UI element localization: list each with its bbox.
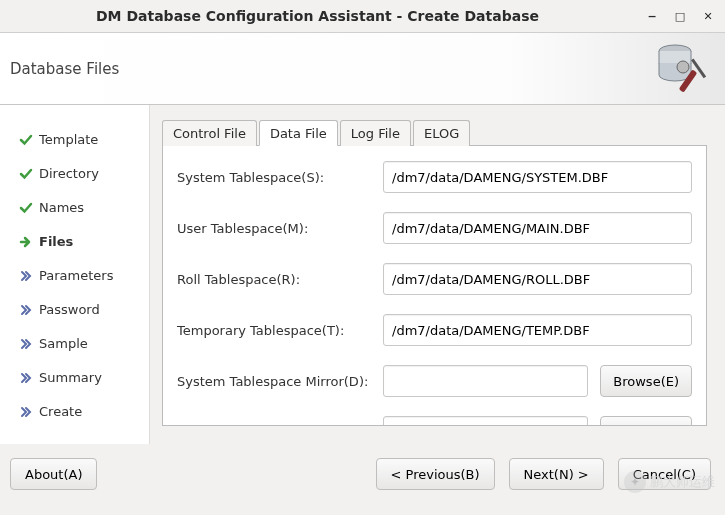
sidebar-step-label: Files: [39, 234, 73, 249]
sidebar-step-label: Parameters: [39, 268, 113, 283]
tab-strip: Control File Data File Log File ELOG: [162, 119, 707, 146]
input-system-mirror[interactable]: [383, 365, 588, 397]
input-user-mirror[interactable]: [383, 416, 588, 426]
sidebar-step-sample[interactable]: Sample: [0, 327, 149, 361]
pending-icon: [19, 405, 33, 419]
input-temp-tablespace[interactable]: [383, 314, 692, 346]
page-title: Database Files: [10, 60, 119, 78]
row-user-mirror: User Tablespace Mirror(V): Browse(X): [177, 415, 692, 426]
label-user-mirror: User Tablespace Mirror(V):: [177, 425, 371, 427]
tab-control-file[interactable]: Control File: [162, 120, 257, 146]
sidebar: Template Directory Names Files Parameter…: [0, 105, 150, 444]
sidebar-step-password[interactable]: Password: [0, 293, 149, 327]
label-system-mirror: System Tablespace Mirror(D):: [177, 374, 371, 389]
tab-panel-data-file: System Tablespace(S): User Tablespace(M)…: [162, 146, 707, 426]
pending-icon: [19, 371, 33, 385]
sidebar-step-summary[interactable]: Summary: [0, 361, 149, 395]
banner: Database Files: [0, 32, 725, 105]
input-user-tablespace[interactable]: [383, 212, 692, 244]
about-button[interactable]: About(A): [10, 458, 97, 490]
browse-system-mirror-button[interactable]: Browse(E): [600, 365, 692, 397]
maximize-button[interactable]: □: [673, 9, 687, 23]
sidebar-step-label: Directory: [39, 166, 99, 181]
sidebar-step-parameters[interactable]: Parameters: [0, 259, 149, 293]
sidebar-step-create[interactable]: Create: [0, 395, 149, 429]
titlebar: DM Database Configuration Assistant - Cr…: [0, 0, 725, 32]
label-roll-tablespace: Roll Tablespace(R):: [177, 272, 371, 287]
footer: About(A) < Previous(B) Next(N) > Cancel(…: [0, 444, 725, 490]
sidebar-step-label: Summary: [39, 370, 102, 385]
close-button[interactable]: ✕: [701, 9, 715, 23]
database-wrench-icon: [653, 39, 713, 99]
sidebar-step-names[interactable]: Names: [0, 191, 149, 225]
next-button[interactable]: Next(N) >: [509, 458, 604, 490]
check-icon: [19, 201, 33, 215]
label-user-tablespace: User Tablespace(M):: [177, 221, 371, 236]
input-roll-tablespace[interactable]: [383, 263, 692, 295]
tab-log-file[interactable]: Log File: [340, 120, 411, 146]
sidebar-step-label: Template: [39, 132, 98, 147]
arrow-right-icon: [19, 235, 33, 249]
sidebar-step-template[interactable]: Template: [0, 123, 149, 157]
label-temp-tablespace: Temporary Tablespace(T):: [177, 323, 371, 338]
pending-icon: [19, 303, 33, 317]
row-user-tablespace: User Tablespace(M):: [177, 211, 692, 245]
previous-button[interactable]: < Previous(B): [376, 458, 495, 490]
pending-icon: [19, 337, 33, 351]
minimize-button[interactable]: −: [645, 9, 659, 23]
row-roll-tablespace: Roll Tablespace(R):: [177, 262, 692, 296]
tab-data-file[interactable]: Data File: [259, 120, 338, 146]
sidebar-step-label: Password: [39, 302, 100, 317]
svg-point-2: [677, 61, 689, 73]
sidebar-step-label: Create: [39, 404, 82, 419]
check-icon: [19, 167, 33, 181]
input-system-tablespace[interactable]: [383, 161, 692, 193]
main-area: Template Directory Names Files Parameter…: [0, 105, 725, 444]
label-system-tablespace: System Tablespace(S):: [177, 170, 371, 185]
row-system-mirror: System Tablespace Mirror(D): Browse(E): [177, 364, 692, 398]
cancel-button[interactable]: Cancel(C): [618, 458, 711, 490]
browse-user-mirror-button[interactable]: Browse(X): [600, 416, 692, 426]
row-system-tablespace: System Tablespace(S):: [177, 160, 692, 194]
window-controls: − □ ✕: [635, 9, 725, 23]
window-title: DM Database Configuration Assistant - Cr…: [0, 8, 635, 24]
content-area: Control File Data File Log File ELOG Sys…: [150, 105, 725, 444]
sidebar-step-directory[interactable]: Directory: [0, 157, 149, 191]
row-temp-tablespace: Temporary Tablespace(T):: [177, 313, 692, 347]
tab-elog[interactable]: ELOG: [413, 120, 470, 146]
check-icon: [19, 133, 33, 147]
pending-icon: [19, 269, 33, 283]
sidebar-step-label: Names: [39, 200, 84, 215]
sidebar-step-label: Sample: [39, 336, 88, 351]
sidebar-step-files[interactable]: Files: [0, 225, 149, 259]
